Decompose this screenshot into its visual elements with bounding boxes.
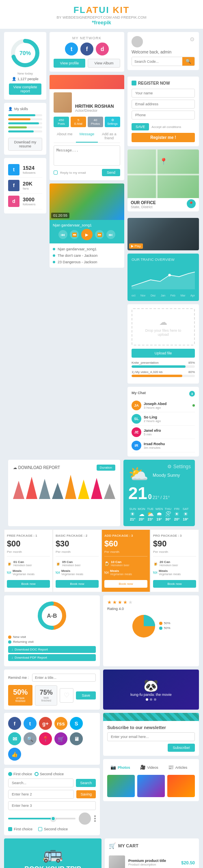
search-form-row: Search: [8, 778, 96, 787]
remind-panda-row: Remind me : 50% of task finished 75% tas…: [4, 670, 199, 710]
form-input-3[interactable]: [8, 801, 96, 810]
cart-price-1: $20.50: [181, 860, 195, 865]
search-circle-icon[interactable]: 🔍: [24, 732, 37, 745]
network-twitter-icon[interactable]: t: [65, 43, 78, 55]
register-button[interactable]: Register me !: [132, 133, 195, 142]
cart-circle-icon[interactable]: 🛒: [54, 732, 67, 745]
hrithik-details: HRITHIK ROSHAN Actor/Director: [75, 104, 120, 113]
view-report-button[interactable]: View complete report: [9, 83, 41, 95]
twitter-circle-icon[interactable]: t: [24, 717, 37, 730]
hrithik-avatar: [54, 92, 72, 113]
download-doc-button[interactable]: ↓ Download DOC Report: [8, 646, 96, 653]
skill-bar-3: [8, 122, 42, 124]
register-email-input[interactable]: [132, 100, 195, 109]
map-pin-button[interactable]: 📍: [187, 199, 196, 208]
facebook-circle-icon[interactable]: f: [8, 717, 21, 730]
radio-option-2[interactable]: Second choice: [35, 772, 64, 776]
register-name-input[interactable]: [132, 89, 195, 98]
add-feature-1: 🍺 10 Can Heineken beer: [104, 559, 147, 568]
slider-fill: [8, 818, 52, 819]
playlist-item-2[interactable]: The don't care - Jackson: [53, 252, 121, 259]
videos-tab[interactable]: 🎥 Videos: [137, 763, 162, 772]
chat-item-4[interactable]: IR Irsad Roehu 3m minutes: [132, 439, 195, 452]
newsletter-banner: [103, 713, 199, 721]
book-pro-button[interactable]: Book now: [153, 580, 196, 588]
upload-button[interactable]: Upload file: [132, 349, 195, 358]
play-button[interactable]: ▶: [81, 229, 93, 240]
form-input-2[interactable]: [8, 790, 74, 799]
forward-button[interactable]: ⏩: [95, 230, 104, 239]
stat-posts[interactable]: 450Posts: [54, 117, 69, 127]
mail-circle-icon[interactable]: ✉: [8, 732, 21, 745]
gear-icon[interactable]: ⚙: [190, 36, 195, 43]
skype-circle-icon[interactable]: S: [70, 717, 83, 730]
remind-save-button[interactable]: Save: [76, 691, 96, 700]
reply-checkbox[interactable]: [54, 171, 58, 175]
save-button[interactable]: SAVE: [132, 123, 149, 130]
slider-thumb[interactable]: [51, 816, 56, 821]
network-title: MY NETWORK: [54, 36, 120, 40]
user-avatar: [132, 36, 143, 47]
location-circle-icon[interactable]: 📍: [39, 732, 52, 745]
form-search-button[interactable]: Search: [76, 779, 96, 787]
articles-tab[interactable]: 📰 Articles: [165, 763, 191, 772]
prev-button[interactable]: ⏮: [58, 230, 67, 239]
photos-tab[interactable]: 📷 Photos: [107, 763, 134, 772]
chat-item-1[interactable]: JA Joseph Abed 3 hours ago: [132, 399, 195, 412]
stat-photos[interactable]: 40Photos: [88, 117, 103, 127]
next-button[interactable]: ⏭: [106, 230, 115, 239]
weather-condition-icon: ⛅: [128, 465, 149, 484]
chat-item-3[interactable]: JE Janel efro 5 min: [132, 426, 195, 439]
network-facebook-icon[interactable]: f: [80, 43, 93, 55]
search-button[interactable]: 🔍: [182, 57, 194, 66]
dot-1: [94, 815, 96, 817]
register-phone-input[interactable]: [132, 111, 195, 119]
stat-settings[interactable]: ⚙Settings: [105, 117, 120, 127]
thumb-bg-3: [167, 775, 195, 797]
monitor-circle-icon[interactable]: 🖥: [70, 732, 83, 745]
newsletter-email-input[interactable]: [107, 732, 195, 741]
book-basic-button[interactable]: Book now: [56, 580, 99, 588]
dot-active: [146, 698, 148, 701]
upload-drop-zone[interactable]: ☁ Drop your files here to upload: [132, 308, 195, 345]
remind-input[interactable]: [32, 674, 96, 682]
free-per: Per month: [7, 550, 50, 554]
view-profile-button[interactable]: View profile: [54, 59, 85, 68]
add-friend-tab[interactable]: Add as a friend: [98, 130, 120, 143]
playlist-item-3[interactable]: 23 Dangerous - Jackson: [53, 259, 121, 265]
form-search-input[interactable]: [8, 778, 73, 787]
playlist-item-1[interactable]: Njan gandarvaar_song1: [53, 246, 121, 252]
meals-icon-4: 🍽: [153, 570, 157, 575]
stat-email[interactable]: 5E-Mail: [71, 117, 86, 127]
network-dribbble-icon[interactable]: d: [96, 43, 109, 55]
chat-avatar-1: JA: [132, 401, 141, 410]
hrithik-card: HRITHIK ROSHAN Actor/Director 450Posts 5…: [50, 75, 124, 180]
duration-button[interactable]: Duration: [97, 465, 115, 471]
rewind-button[interactable]: ⏪: [70, 230, 79, 239]
checkbox-unchecked-icon[interactable]: [38, 827, 42, 831]
star-5: ★: [128, 599, 133, 605]
facebook-icon: f: [8, 180, 19, 191]
book-add-button[interactable]: Book now: [104, 580, 147, 588]
like-circle-icon[interactable]: 👍: [8, 748, 21, 761]
music-buttons: ⏮ ⏪ ▶ ⏩ ⏭: [53, 229, 121, 240]
weather-settings-icon[interactable]: ⚙ Settings: [167, 464, 191, 469]
send-button[interactable]: Send: [102, 169, 120, 176]
subscribe-button[interactable]: Subscribe!: [168, 744, 195, 752]
chat-item-2[interactable]: SL So Ling 2 hours ago: [132, 412, 195, 426]
book-free-button[interactable]: Book now: [7, 580, 50, 588]
message-tab[interactable]: Message: [76, 130, 98, 143]
download-pdf-button[interactable]: ↓ Download PDF Report: [8, 654, 96, 661]
view-album-button[interactable]: View Album: [88, 59, 120, 68]
download-resume-button[interactable]: Download my resume: [8, 138, 42, 151]
search-input[interactable]: [132, 57, 182, 66]
form-widget: First choice Second choice Search Saving: [4, 768, 100, 835]
form-saving-button[interactable]: Saving: [76, 790, 96, 798]
checkbox-checked-icon[interactable]: [8, 827, 12, 831]
heart-button[interactable]: ♡: [60, 688, 73, 703]
message-textarea[interactable]: [54, 145, 120, 166]
radio-option-1[interactable]: First choice: [8, 772, 32, 776]
about-me-tab[interactable]: About me: [54, 130, 76, 143]
googleplus-circle-icon[interactable]: g+: [39, 717, 52, 730]
rss-circle-icon[interactable]: rss: [54, 717, 67, 730]
